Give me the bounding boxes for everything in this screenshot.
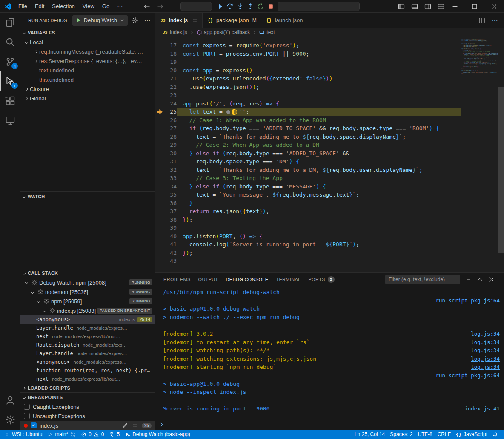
breakpoint-checkbox[interactable]: ✓	[31, 422, 37, 428]
variable-row[interactable]: this: undefined	[20, 75, 155, 84]
breakpoint-gutter[interactable]	[155, 157, 164, 166]
layout-sidebar-right-icon[interactable]	[424, 3, 431, 10]
console-filter-input[interactable]	[385, 275, 460, 284]
call-stack-pane-header[interactable]: CALL STACK	[20, 268, 155, 278]
breadcrumb-item[interactable]: app.post('/') callback	[196, 29, 250, 35]
editor-scrollbar[interactable]	[498, 87, 504, 253]
callstack-frame[interactable]: Layer.handlenode_modules/expres…	[20, 324, 155, 332]
breakpoint-gutter[interactable]	[155, 224, 164, 232]
debug-start-icon[interactable]	[76, 17, 81, 23]
close-icon[interactable]	[132, 422, 138, 428]
code-line[interactable]: 17const express = require('express');	[155, 41, 461, 50]
breakpoint-gutter[interactable]	[155, 199, 164, 208]
callstack-session[interactable]: Debug Watch: npm [25008]RUNNING	[20, 278, 155, 287]
console-source-link[interactable]: log.js:34	[471, 363, 500, 371]
status-notifications[interactable]	[490, 430, 501, 439]
close-icon[interactable]	[488, 276, 495, 283]
console-source-link[interactable]: log.js:34	[471, 355, 500, 363]
breakpoints-pane-header[interactable]: BREAKPOINTS	[20, 393, 155, 402]
callstack-frame[interactable]: <anonymous>node_modules/express…	[20, 358, 155, 366]
status-problems[interactable]: 00	[78, 430, 106, 439]
split-editor-icon[interactable]	[478, 17, 485, 24]
menu-overflow[interactable]: ⋯	[113, 2, 126, 11]
code-editor[interactable]: 17const express = require('express');18c…	[155, 37, 504, 272]
status-indentation[interactable]: Spaces: 2	[387, 430, 415, 439]
activity-explorer[interactable]	[0, 13, 20, 32]
debug-step-out-button[interactable]	[246, 2, 255, 11]
tab-package.json[interactable]: {}package.jsonM	[203, 13, 261, 28]
close-icon[interactable]	[192, 17, 198, 23]
panel-tab-terminal[interactable]: TERMINAL	[272, 273, 304, 286]
tab-launch.json[interactable]: {}launch.json	[261, 13, 308, 28]
breakpoint-gutter[interactable]	[155, 41, 164, 50]
more-actions-icon[interactable]: ⋯	[144, 17, 151, 24]
variable-row[interactable]: res: ServerResponse {_events: {…}, _ev…	[20, 56, 155, 66]
command-center-left[interactable]	[180, 2, 212, 11]
close-window-button[interactable]	[484, 0, 504, 13]
callstack-frame[interactable]: Route.dispatchnode_modules/exp…	[20, 341, 155, 349]
code-line[interactable]: 19	[155, 58, 461, 66]
activity-source-control[interactable]: 4	[0, 52, 20, 71]
breakpoint-gutter[interactable]	[155, 141, 164, 149]
minimize-button[interactable]	[445, 0, 465, 13]
breakpoint-row[interactable]: ✓index.js25	[20, 421, 155, 430]
breakpoint-gutter[interactable]	[155, 108, 164, 116]
breadcrumb-item[interactable]: text	[259, 29, 275, 35]
breakpoint-row[interactable]: Uncaught Exceptions	[20, 411, 155, 421]
tab-index.js[interactable]: JSindex.js	[155, 13, 203, 28]
code-line[interactable]: 20const app = express()	[155, 66, 461, 75]
debug-config-select[interactable]: Debug Watch	[72, 15, 128, 26]
status-language-mode[interactable]: {}JavaScript	[453, 430, 490, 439]
callstack-session[interactable]: npm [25059]RUNNING	[20, 296, 155, 306]
breakpoint-gutter[interactable]	[155, 240, 164, 249]
status-remote-indicator[interactable]: WSL: Ubuntu	[2, 430, 45, 439]
breakpoint-gutter[interactable]	[155, 100, 164, 108]
breakpoint-gutter[interactable]	[155, 133, 164, 141]
breakpoint-gutter[interactable]	[155, 182, 164, 191]
console-source-link[interactable]: log.js:34	[471, 338, 500, 347]
maximize-button[interactable]	[465, 0, 484, 13]
breadcrumb-item[interactable]: JSindex.js	[162, 29, 187, 35]
activity-search[interactable]	[0, 32, 20, 52]
code-line[interactable]: 34 } else if (req.body.type === 'MESSAGE…	[155, 182, 461, 191]
watch-pane-header[interactable]: WATCH	[20, 192, 155, 201]
menu-item-edit[interactable]: Edit	[31, 2, 48, 11]
edit-icon[interactable]	[122, 422, 128, 428]
status-eol[interactable]: CRLF	[435, 430, 453, 439]
callstack-frame[interactable]: function router(req, res, next) {.pr…	[20, 366, 155, 375]
code-line[interactable]: 18const PORT = process.env.PORT || 9000;	[155, 50, 461, 58]
code-line[interactable]: 27 if (req.body.type === 'ADDED_TO_SPACE…	[155, 124, 461, 133]
callstack-frame[interactable]: Layer.handlenode_modules/expres…	[20, 349, 155, 358]
forward-arrow-icon[interactable]	[157, 3, 164, 10]
code-line[interactable]: 35 text = `Your message : ${req.body.mes…	[155, 191, 461, 199]
breakpoint-gutter[interactable]	[155, 174, 164, 182]
breakpoint-gutter[interactable]	[155, 66, 164, 75]
breakpoint-gutter[interactable]	[155, 249, 164, 257]
breakpoint-checkbox[interactable]	[24, 404, 30, 410]
code-line[interactable]: 31 req.body.space.type === 'DM') {	[155, 157, 461, 166]
code-line[interactable]: 38});	[155, 216, 461, 224]
breakpoint-gutter[interactable]	[155, 50, 164, 58]
panel-tab-debug-console[interactable]: DEBUG CONSOLE	[222, 273, 272, 286]
breakpoint-gutter[interactable]	[155, 58, 164, 66]
console-source-link[interactable]: run-script-pkg.js:64	[435, 371, 500, 380]
variable-row[interactable]: req: IncomingMessage {_readableState: …	[20, 47, 155, 56]
code-line[interactable]: 39	[155, 224, 461, 232]
menu-item-file[interactable]: File	[14, 2, 31, 11]
menu-item-selection[interactable]: Selection	[48, 2, 78, 11]
breakpoint-gutter[interactable]	[155, 232, 164, 241]
code-line[interactable]: 25 let text = '';	[155, 108, 461, 116]
activity-run-and-debug[interactable]: 1	[0, 71, 20, 91]
debug-step-into-button[interactable]	[235, 2, 244, 11]
panel-tab-ports[interactable]: PORTS5	[304, 273, 338, 286]
breakpoint-gutter[interactable]	[155, 83, 164, 91]
code-line[interactable]: 21 .use(express.urlencoded({extended: fa…	[155, 74, 461, 83]
callstack-frame[interactable]: nextnode_modules/express/lib/rout…	[20, 332, 155, 341]
panel-tab-problems[interactable]: PROBLEMS	[160, 273, 195, 286]
variables-pane-header[interactable]: VARIABLES	[20, 28, 155, 37]
callstack-frame[interactable]: nextnode_modules/express/lib/rout…	[20, 375, 155, 383]
variables-scope-local[interactable]: Local	[20, 37, 155, 47]
code-line[interactable]: 41 console.log(`Server is running in por…	[155, 240, 461, 249]
debug-console-input[interactable]	[155, 419, 504, 430]
code-line[interactable]: 29 // Case 2: When App was added to a DM	[155, 141, 461, 149]
